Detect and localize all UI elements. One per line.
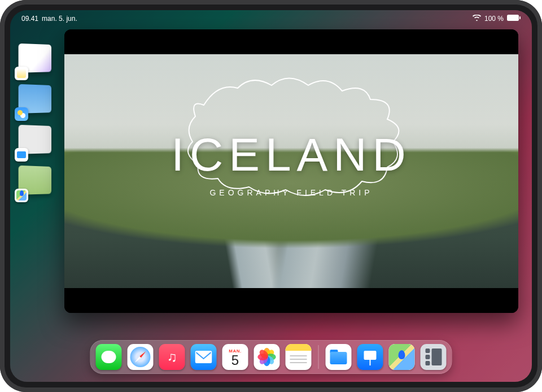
- dock-notes[interactable]: [286, 344, 312, 370]
- dock-photos[interactable]: [254, 344, 280, 370]
- dock-safari[interactable]: [128, 344, 154, 370]
- svg-rect-1: [519, 16, 521, 19]
- ipad-frame: 09.41 man. 5. jun. 100 %: [0, 0, 542, 392]
- wifi-icon: [473, 15, 481, 23]
- status-date: man. 5. jun.: [42, 15, 77, 23]
- letterbox-bottom: [64, 288, 518, 313]
- stage-item-notes[interactable]: [17, 44, 56, 77]
- dock-mail[interactable]: [191, 344, 217, 370]
- dock: Man. 5: [90, 340, 452, 374]
- status-battery-text: 100 %: [484, 15, 504, 23]
- dock-stage-manager[interactable]: [421, 344, 447, 370]
- dock-calendar[interactable]: Man. 5: [222, 344, 248, 370]
- screen: 09.41 man. 5. jun. 100 %: [10, 10, 532, 382]
- notes-app-icon: [15, 67, 28, 80]
- dock-keynote[interactable]: [357, 344, 383, 370]
- letterbox-top: [64, 29, 518, 54]
- keynote-presentation-window[interactable]: ICELAND GEOGRAPHY FIELD TRIP: [64, 29, 518, 313]
- slide-title: ICELAND: [171, 128, 411, 181]
- status-bar: 09.41 man. 5. jun. 100 %: [10, 12, 532, 25]
- stage-item-maps[interactable]: [17, 166, 56, 199]
- dock-files[interactable]: [326, 344, 352, 370]
- maps-app-icon: [15, 189, 28, 202]
- weather-app-icon: [15, 107, 28, 121]
- keynote-slide: ICELAND GEOGRAPHY FIELD TRIP: [64, 54, 518, 288]
- battery-icon: [507, 15, 521, 23]
- svg-rect-0: [507, 15, 519, 21]
- stage-item-files[interactable]: [17, 125, 56, 158]
- stage-manager-strip: [15, 38, 59, 320]
- dock-maps[interactable]: [389, 344, 415, 370]
- stage-item-weather[interactable]: [17, 85, 56, 117]
- svg-rect-2: [195, 351, 212, 363]
- dock-music[interactable]: [159, 344, 185, 370]
- status-time: 09.41: [21, 15, 38, 23]
- slide-subtitle: GEOGRAPHY FIELD TRIP: [209, 188, 373, 197]
- calendar-day: 5: [231, 354, 239, 367]
- dock-messages[interactable]: [96, 344, 122, 370]
- files-app-icon: [15, 148, 28, 162]
- dock-separator: [318, 345, 319, 369]
